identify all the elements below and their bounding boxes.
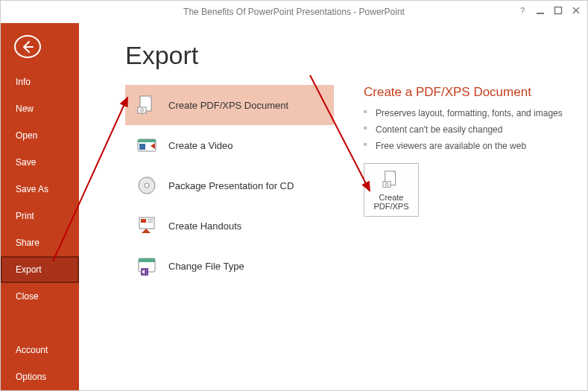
- pdf-xps-icon: [381, 169, 402, 190]
- nav-label: Info: [16, 77, 31, 87]
- export-option-video[interactable]: Create a Video: [125, 125, 334, 165]
- export-detail-panel: Create a PDF/XPS Document Preserves layo…: [364, 85, 569, 217]
- nav-label: Account: [16, 345, 48, 355]
- nav-options[interactable]: Options: [1, 363, 79, 390]
- export-option-change-file-type[interactable]: Change File Type: [125, 246, 334, 286]
- button-label: Create PDF/XPS: [373, 193, 408, 211]
- close-icon[interactable]: [569, 4, 583, 17]
- window-controls: ?: [516, 4, 583, 17]
- detail-bullet: Preserves layout, formatting, fonts, and…: [364, 107, 569, 119]
- main-panel: Export Create PDF/XPS Document Create a …: [79, 23, 587, 390]
- export-option-label: Change File Type: [168, 261, 244, 272]
- nav-close[interactable]: Close: [1, 283, 79, 310]
- export-option-label: Create PDF/XPS Document: [168, 100, 288, 111]
- nav-label: Export: [16, 264, 42, 275]
- nav-export[interactable]: Export: [1, 256, 79, 283]
- nav-spacer: [1, 310, 79, 337]
- svg-rect-10: [139, 144, 145, 150]
- svg-rect-8: [138, 139, 156, 142]
- button-label-line2: PDF/XPS: [373, 202, 408, 211]
- nav-label: Share: [16, 238, 39, 248]
- export-option-label: Create Handouts: [168, 220, 241, 232]
- nav-label: Print: [16, 211, 34, 221]
- svg-marker-17: [142, 229, 151, 233]
- export-columns: Create PDF/XPS Document Create a Video P…: [125, 85, 569, 286]
- svg-rect-5: [138, 107, 146, 113]
- detail-bullet: Content can't be easily changed: [364, 124, 569, 136]
- window-title: The Benefits Of PowerPoint Presentations…: [183, 7, 405, 17]
- restore-icon[interactable]: [551, 4, 565, 17]
- svg-rect-24: [383, 181, 391, 186]
- export-option-package-cd[interactable]: Package Presentation for CD: [125, 165, 334, 206]
- title-bar: The Benefits Of PowerPoint Presentations…: [1, 1, 587, 23]
- nav-open[interactable]: Open: [1, 122, 79, 149]
- export-options-list: Create PDF/XPS Document Create a Video P…: [125, 85, 334, 286]
- nav-label: New: [16, 104, 34, 114]
- handouts-icon: [136, 214, 158, 237]
- nav-account[interactable]: Account: [1, 337, 79, 363]
- export-option-label: Create a Video: [168, 140, 233, 151]
- nav-label: Save As: [16, 184, 48, 194]
- detail-bullet: Free viewers are available on the web: [364, 140, 569, 152]
- nav-save[interactable]: Save: [1, 149, 79, 176]
- detail-bullet-list: Preserves layout, formatting, fonts, and…: [364, 107, 569, 153]
- svg-point-12: [145, 183, 149, 188]
- change-file-type-icon: [136, 255, 158, 277]
- button-label-line1: Create: [379, 193, 403, 202]
- nav-print[interactable]: Print: [1, 203, 79, 229]
- svg-rect-2: [555, 7, 562, 14]
- help-icon[interactable]: ?: [516, 4, 529, 17]
- detail-title: Create a PDF/XPS Document: [364, 85, 569, 100]
- page-title: Export: [125, 41, 569, 70]
- cd-icon: [136, 174, 158, 197]
- nav-list: Info New Open Save Save As Print Share E…: [1, 69, 79, 390]
- nav-label: Open: [16, 130, 37, 141]
- export-option-pdf-xps[interactable]: Create PDF/XPS Document: [125, 85, 334, 125]
- backstage-window: The Benefits Of PowerPoint Presentations…: [0, 0, 588, 391]
- nav-label: Options: [16, 372, 46, 382]
- backstage-sidebar: Info New Open Save Save As Print Share E…: [1, 23, 79, 390]
- back-button[interactable]: [14, 35, 41, 58]
- nav-new[interactable]: New: [1, 95, 79, 122]
- nav-label: Save: [16, 157, 36, 168]
- svg-rect-19: [139, 258, 155, 262]
- nav-info[interactable]: Info: [1, 69, 79, 95]
- nav-share[interactable]: Share: [1, 229, 79, 256]
- nav-label: Close: [16, 291, 39, 302]
- backstage-body: Info New Open Save Save As Print Share E…: [1, 23, 587, 390]
- export-option-label: Package Presentation for CD: [168, 180, 294, 191]
- export-option-handouts[interactable]: Create Handouts: [125, 206, 334, 246]
- nav-save-as[interactable]: Save As: [1, 176, 79, 203]
- svg-rect-14: [141, 219, 146, 223]
- create-pdf-xps-button[interactable]: Create PDF/XPS: [364, 163, 419, 217]
- svg-text:?: ?: [520, 6, 525, 15]
- minimize-icon[interactable]: [534, 4, 547, 17]
- pdf-xps-icon: [136, 94, 158, 116]
- svg-rect-1: [537, 13, 544, 14]
- video-icon: [136, 134, 158, 156]
